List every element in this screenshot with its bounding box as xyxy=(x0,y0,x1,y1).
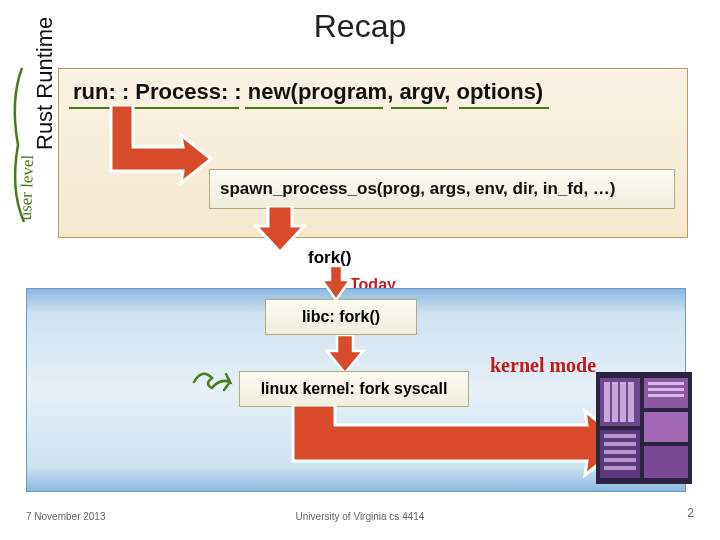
underline-mark xyxy=(459,105,549,109)
arrow-spawn-to-fork xyxy=(250,206,310,254)
spawn-call-box: spawn_process_os(prog, args, env, dir, i… xyxy=(209,169,675,209)
svg-rect-10 xyxy=(620,382,626,422)
api-call-text: run: : Process: : new(program, argv, opt… xyxy=(73,79,673,105)
arrow-fork-to-libc xyxy=(320,266,352,302)
svg-rect-12 xyxy=(648,382,684,385)
svg-rect-15 xyxy=(604,434,636,438)
svg-rect-7 xyxy=(644,446,688,478)
svg-rect-9 xyxy=(612,382,618,422)
footer-page-number: 2 xyxy=(687,506,694,520)
svg-rect-5 xyxy=(644,412,688,442)
kernel-mode-annotation: kernel mode xyxy=(490,354,596,377)
svg-rect-11 xyxy=(628,382,634,422)
arrow-api-to-spawn xyxy=(103,105,213,185)
libc-text: libc: fork() xyxy=(302,308,380,326)
swirl-arrow-icon xyxy=(190,364,238,398)
svg-rect-8 xyxy=(604,382,610,422)
arrow-libc-to-kernel xyxy=(325,335,365,375)
spawn-call-text: spawn_process_os(prog, args, env, dir, i… xyxy=(220,179,616,199)
svg-rect-19 xyxy=(604,466,636,470)
underline-mark xyxy=(391,105,447,109)
svg-rect-17 xyxy=(604,450,636,454)
rust-runtime-block: run: : Process: : new(program, argv, opt… xyxy=(58,68,688,238)
chip-die-image xyxy=(596,372,692,484)
arrow-kernel-to-chip xyxy=(287,405,627,481)
fork-label: fork() xyxy=(308,248,351,268)
user-level-text: user level xyxy=(16,154,38,220)
footer-university: University of Virginia cs 4414 xyxy=(0,511,720,522)
kernel-text: linux kernel: fork syscall xyxy=(261,380,448,398)
kernel-block: libc: fork() linux kernel: fork syscall xyxy=(26,288,686,492)
svg-rect-16 xyxy=(604,442,636,446)
rust-runtime-label: Rust Runtime xyxy=(32,17,58,150)
svg-rect-18 xyxy=(604,458,636,462)
underline-mark xyxy=(245,105,383,109)
svg-rect-14 xyxy=(648,394,684,397)
libc-box: libc: fork() xyxy=(265,299,417,335)
slide-title: Recap xyxy=(0,0,720,49)
svg-rect-13 xyxy=(648,388,684,391)
kernel-syscall-box: linux kernel: fork syscall xyxy=(239,371,469,407)
